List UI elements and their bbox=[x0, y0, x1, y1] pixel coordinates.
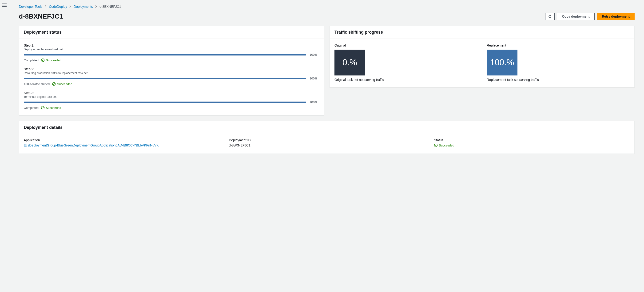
chevron-right-icon bbox=[45, 5, 46, 8]
traffic-original-label: Original bbox=[334, 43, 478, 47]
breadcrumb-link-developer-tools[interactable]: Developer Tools bbox=[19, 5, 42, 8]
detail-status: Status Succeeded bbox=[434, 138, 630, 148]
progress-percent: 100% bbox=[310, 77, 319, 80]
detail-status-label: Status bbox=[434, 138, 630, 142]
detail-deployment-id-value: d-8BXNEFJC1 bbox=[229, 143, 424, 147]
breadcrumb-current: d-8BXNEFJC1 bbox=[100, 5, 121, 8]
step-title: Step 1: bbox=[24, 43, 319, 47]
page-title: d-8BXNEFJC1 bbox=[19, 13, 63, 20]
step-status-text: Completed bbox=[24, 58, 38, 62]
deployment-step: Step 3: Terminate original task set 100%… bbox=[24, 91, 319, 110]
progress-bar bbox=[24, 102, 306, 103]
hamburger-menu-icon[interactable] bbox=[2, 2, 8, 8]
traffic-original: Original 0.% Original task set not servi… bbox=[334, 43, 478, 82]
traffic-shifting-panel: Traffic shifting progress Original 0.% O… bbox=[330, 26, 634, 87]
traffic-original-caption: Original task set not serving traffic bbox=[334, 78, 478, 82]
chevron-right-icon bbox=[95, 5, 97, 8]
deployment-status-panel: Deployment status Step 1: Deploying repl… bbox=[19, 26, 324, 115]
progress-percent: 100% bbox=[310, 100, 319, 104]
step-description: Rerouting production traffic to replacem… bbox=[24, 71, 319, 75]
step-status-text: 100% traffic shifted bbox=[24, 82, 50, 86]
check-circle-icon bbox=[52, 82, 56, 86]
deployment-status-title: Deployment status bbox=[24, 30, 319, 35]
progress-bar bbox=[24, 54, 306, 55]
check-circle-icon bbox=[41, 58, 45, 62]
status-badge: Succeeded bbox=[52, 82, 72, 86]
breadcrumb: Developer Tools CodeDeploy Deployments d… bbox=[19, 5, 634, 8]
detail-deployment-id: Deployment ID d-8BXNEFJC1 bbox=[229, 138, 424, 148]
breadcrumb-link-deployments[interactable]: Deployments bbox=[74, 5, 93, 8]
status-badge: Succeeded bbox=[434, 143, 454, 147]
chevron-right-icon bbox=[70, 5, 71, 8]
traffic-original-value: 0.% bbox=[334, 50, 365, 75]
deployment-step: Step 1: Deploying replacement task set 1… bbox=[24, 43, 319, 62]
detail-application-link[interactable]: EcsDeploymentGroup-BlueGreenDeploymentGr… bbox=[24, 143, 220, 147]
traffic-replacement-label: Replacement bbox=[487, 43, 630, 47]
detail-deployment-id-label: Deployment ID bbox=[229, 138, 424, 142]
step-title: Step 3: bbox=[24, 91, 319, 95]
action-buttons: Copy deployment Retry deployment bbox=[545, 13, 634, 20]
progress-percent: 100% bbox=[310, 53, 319, 56]
retry-deployment-button[interactable]: Retry deployment bbox=[597, 13, 634, 20]
traffic-shifting-title: Traffic shifting progress bbox=[334, 30, 630, 35]
refresh-button[interactable] bbox=[545, 13, 554, 20]
step-description: Terminate original task set bbox=[24, 95, 319, 98]
step-status-text: Completed bbox=[24, 106, 38, 110]
check-circle-icon bbox=[434, 143, 438, 147]
deployment-details-title: Deployment details bbox=[24, 125, 630, 130]
traffic-replacement-value: 100.% bbox=[487, 50, 518, 75]
status-badge: Succeeded bbox=[41, 106, 61, 110]
breadcrumb-link-codedeploy[interactable]: CodeDeploy bbox=[49, 5, 67, 8]
detail-application-label: Application bbox=[24, 138, 220, 142]
deployment-details-panel: Deployment details Application EcsDeploy… bbox=[19, 121, 634, 154]
step-description: Deploying replacement task set bbox=[24, 48, 319, 51]
deployment-step: Step 2: Rerouting production traffic to … bbox=[24, 67, 319, 86]
copy-deployment-button[interactable]: Copy deployment bbox=[557, 13, 594, 20]
progress-bar bbox=[24, 78, 306, 79]
traffic-replacement-caption: Replacement task set serving traffic bbox=[487, 78, 630, 82]
check-circle-icon bbox=[41, 106, 45, 110]
refresh-icon bbox=[548, 14, 552, 18]
traffic-replacement: Replacement 100.% Replacement task set s… bbox=[487, 43, 630, 82]
status-badge: Succeeded bbox=[41, 58, 61, 62]
step-title: Step 2: bbox=[24, 67, 319, 71]
detail-application: Application EcsDeploymentGroup-BlueGreen… bbox=[24, 138, 220, 148]
